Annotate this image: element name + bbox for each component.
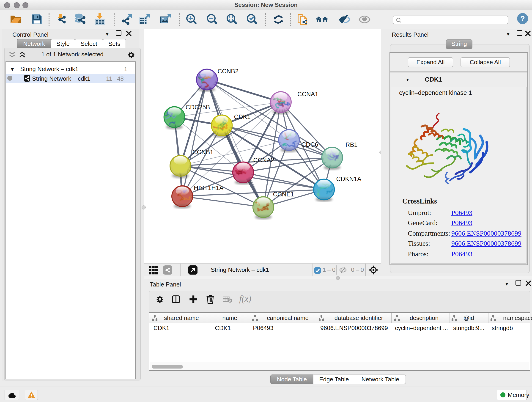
svg-text:CCNA2: CCNA2 [253, 157, 274, 164]
svg-text:CDKN1A: CDKN1A [336, 176, 361, 182]
svg-text:CCNB1: CCNB1 [192, 149, 214, 156]
svg-text:CCNE1: CCNE1 [273, 191, 294, 198]
svg-text:?: ? [520, 14, 525, 23]
svg-text:CDC25B: CDC25B [186, 104, 210, 111]
svg-text:HIST1H1A: HIST1H1A [194, 185, 223, 191]
svg-text:CCNA1: CCNA1 [298, 91, 318, 98]
svg-text:CCNB2: CCNB2 [217, 68, 239, 75]
svg-text:CDC6: CDC6 [301, 141, 318, 148]
svg-text:CDK1: CDK1 [234, 114, 250, 120]
svg-text:RB1: RB1 [346, 141, 358, 148]
